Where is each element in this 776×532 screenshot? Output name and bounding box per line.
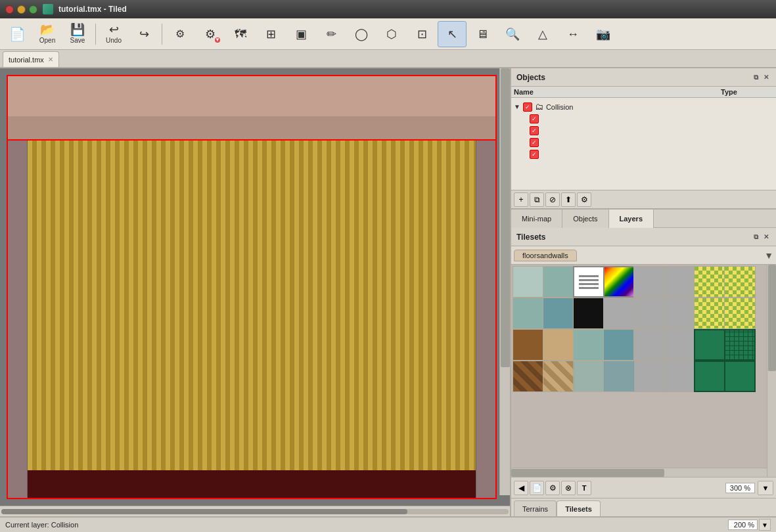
tile-cell[interactable] <box>603 329 635 361</box>
undo-button[interactable]: ↩ Undo <box>99 21 128 47</box>
maximize-button[interactable] <box>29 5 37 14</box>
tile-cell[interactable] <box>724 298 756 329</box>
tree-group-collision[interactable]: ▼ ✓ 🗂 Collision <box>511 100 776 113</box>
map-viewport[interactable] <box>0 68 510 506</box>
map-canvas-area[interactable] <box>0 68 510 516</box>
auto-map-button[interactable]: 🗺 <box>226 21 255 47</box>
tab-layers[interactable]: Layers <box>609 210 654 228</box>
tile-cell[interactable] <box>573 298 605 329</box>
tile-cell[interactable] <box>573 329 605 361</box>
tile-cell[interactable] <box>694 329 725 361</box>
tile-cell[interactable] <box>694 361 725 392</box>
tile-cell[interactable] <box>664 329 695 361</box>
tile-cell[interactable] <box>543 266 574 298</box>
stamp-button[interactable]: ✏ <box>317 21 346 47</box>
tile-cell[interactable] <box>543 361 574 392</box>
tile-cell[interactable] <box>603 361 635 392</box>
tile-cell[interactable] <box>543 298 574 329</box>
tree-row-1[interactable]: ✓ <box>511 113 776 125</box>
horizontal-scrollbar[interactable] <box>0 506 510 516</box>
tileset-dropdown-button[interactable]: ▼ <box>764 250 773 261</box>
tile-cell[interactable] <box>724 266 756 298</box>
window-controls[interactable] <box>5 5 37 14</box>
zoom-window-button[interactable]: 🔍 <box>498 21 527 47</box>
item3-checkbox[interactable]: ✓ <box>530 138 539 147</box>
tab-close-button[interactable]: ✕ <box>48 56 53 63</box>
tile-cell[interactable] <box>694 266 725 298</box>
minimize-button[interactable] <box>17 5 26 14</box>
tile-cell[interactable] <box>633 329 665 361</box>
view-button[interactable]: 🖥 <box>468 21 497 47</box>
tile-cell[interactable] <box>573 266 605 298</box>
tree-row-3[interactable]: ✓ <box>511 137 776 148</box>
add-object-button[interactable]: + <box>514 192 528 207</box>
tileset-zoom-dropdown[interactable]: ▼ <box>758 481 773 495</box>
duplicate-object-button[interactable]: ⧉ <box>530 192 544 207</box>
close-button[interactable] <box>5 5 14 14</box>
tile-cell[interactable] <box>513 361 544 392</box>
new-button[interactable]: 📄 <box>3 21 32 47</box>
tile-cell[interactable] <box>543 329 574 361</box>
tilesets-close-button[interactable]: ✕ <box>762 233 771 242</box>
expand-icon[interactable]: ▼ <box>514 103 520 110</box>
hscroll-track[interactable] <box>1 509 509 514</box>
tab-tilesets[interactable]: Tilesets <box>557 500 601 516</box>
tile-cell[interactable] <box>573 361 605 392</box>
tile-cell[interactable] <box>664 266 695 298</box>
tile-cell[interactable] <box>694 298 725 329</box>
eraser-button[interactable]: ◯ <box>347 21 376 47</box>
open-button[interactable]: 📂 Open <box>33 21 62 47</box>
hscroll-thumb[interactable] <box>1 509 407 514</box>
tab-terrains[interactable]: Terrains <box>514 500 557 516</box>
item4-checkbox[interactable]: ✓ <box>530 150 539 159</box>
fill-button[interactable]: ⬡ <box>377 21 406 47</box>
tile-cell[interactable] <box>603 298 635 329</box>
select-rect-button[interactable]: ⊡ <box>407 21 436 47</box>
screenshot-button[interactable]: 📷 <box>589 21 618 47</box>
tab-tutorial[interactable]: tutorial.tmx ✕ <box>3 51 59 67</box>
remove-tileset-button[interactable]: ⊗ <box>561 481 576 495</box>
vscroll-thumb[interactable] <box>501 68 510 367</box>
tile-cell[interactable] <box>724 329 756 361</box>
edit-tileset-button[interactable]: ⚙ <box>545 481 560 495</box>
tile-cell[interactable] <box>724 361 756 392</box>
tile-cell[interactable] <box>513 298 544 329</box>
collision-checkbox[interactable]: ✓ <box>523 102 532 112</box>
snap-button[interactable]: ⊞ <box>256 21 285 47</box>
tile-cell[interactable] <box>513 266 544 298</box>
item2-checkbox[interactable]: ✓ <box>530 126 539 135</box>
select-button[interactable]: ▣ <box>286 21 315 47</box>
redo-button[interactable]: ↪ <box>129 21 158 47</box>
object-properties-button[interactable]: ⚙ <box>577 192 591 207</box>
tab-objects[interactable]: Objects <box>562 210 608 228</box>
tab-mini-map[interactable]: Mini-map <box>511 210 562 228</box>
vertical-scrollbar[interactable] <box>499 68 510 495</box>
tileset-hscroll-thumb[interactable] <box>511 469 664 477</box>
prev-tileset-button[interactable]: ◀ <box>514 481 528 495</box>
tree-row-4[interactable]: ✓ <box>511 148 776 160</box>
tile-cell[interactable] <box>633 298 665 329</box>
tileset-hscroll[interactable] <box>511 468 767 477</box>
move-up-button[interactable]: ⬆ <box>561 192 576 207</box>
tileset-tab-floorsandwalls[interactable]: floorsandwalls <box>514 250 577 261</box>
tileset-viewport[interactable] <box>511 265 776 477</box>
tile-cell[interactable] <box>633 266 665 298</box>
status-zoom-dropdown[interactable]: ▼ <box>759 519 771 531</box>
objects-close-button[interactable]: ✕ <box>762 73 771 82</box>
arrow-button[interactable]: ↔ <box>559 21 587 47</box>
properties-button[interactable]: ⚙ ▼ <box>196 21 225 47</box>
tile-cell[interactable] <box>664 361 695 392</box>
tile-cell[interactable] <box>664 298 695 329</box>
tile-cell[interactable] <box>513 329 544 361</box>
save-button[interactable]: 💾 Save <box>63 21 92 47</box>
objects-float-button[interactable]: ⧉ <box>752 73 760 82</box>
cursor-button[interactable]: ↖ <box>438 21 467 47</box>
tile-cell[interactable] <box>603 266 635 298</box>
shape-button[interactable]: △ <box>528 21 557 47</box>
tile-cell[interactable] <box>633 361 665 392</box>
tilesets-float-button[interactable]: ⧉ <box>752 233 760 242</box>
item1-checkbox[interactable]: ✓ <box>530 114 539 123</box>
tree-row-2[interactable]: ✓ <box>511 125 776 137</box>
new-tileset-button[interactable]: 📄 <box>530 481 544 495</box>
remove-object-button[interactable]: ⊘ <box>545 192 560 207</box>
